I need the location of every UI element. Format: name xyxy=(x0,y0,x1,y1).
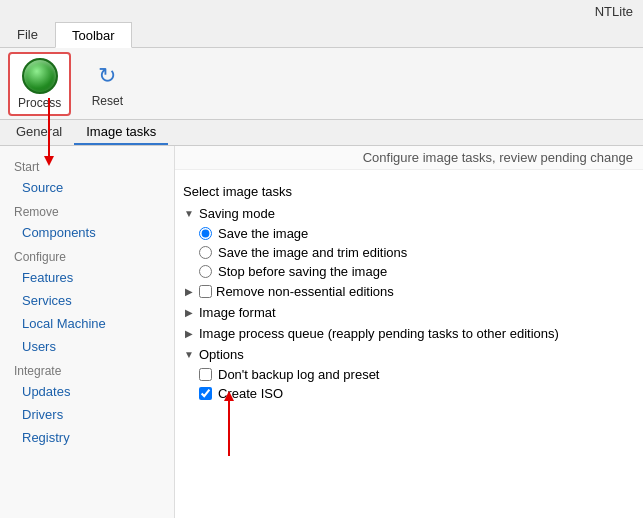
sidebar-item-services[interactable]: Services xyxy=(0,289,174,312)
radio-stop-before[interactable]: Stop before saving the image xyxy=(175,262,643,281)
select-image-tasks-label: Select image tasks xyxy=(175,178,643,203)
sidebar-item-local-machine[interactable]: Local Machine xyxy=(0,312,174,335)
image-format-label: Image format xyxy=(199,305,276,320)
sidebar-item-features[interactable]: Features xyxy=(0,266,174,289)
app-wrapper: NTLite File Toolbar Process ↻ Reset Gene… xyxy=(0,0,643,518)
group-start: Start xyxy=(0,154,174,176)
sidebar: Start Source Remove Components Configure… xyxy=(0,146,175,518)
reset-icon: ↻ xyxy=(91,60,123,92)
main-layout: Start Source Remove Components Configure… xyxy=(0,146,643,518)
options-header[interactable]: ▼ Options xyxy=(175,344,643,365)
image-format-header[interactable]: ▶ Image format xyxy=(175,302,643,323)
process-label: Process xyxy=(18,96,61,110)
remove-nonessential-triangle: ▶ xyxy=(183,286,195,298)
checkbox-no-backup[interactable]: Don't backup log and preset xyxy=(175,365,643,384)
remove-nonessential-label: Remove non-essential editions xyxy=(216,284,394,299)
process-button[interactable]: Process xyxy=(8,52,71,116)
content-header: Configure image tasks, review pending ch… xyxy=(175,146,643,170)
content-body: Select image tasks ▼ Saving mode Save th… xyxy=(175,170,643,411)
group-integrate: Integrate xyxy=(0,358,174,380)
image-process-queue-header[interactable]: ▶ Image process queue (reapply pending t… xyxy=(175,323,643,344)
app-title: NTLite xyxy=(595,4,633,19)
sidebar-item-updates[interactable]: Updates xyxy=(0,380,174,403)
remove-nonessential-header[interactable]: ▶ Remove non-essential editions xyxy=(175,281,643,302)
saving-mode-header[interactable]: ▼ Saving mode xyxy=(175,203,643,224)
tab-file[interactable]: File xyxy=(0,22,55,47)
checkbox-create-iso[interactable]: Create ISO xyxy=(175,384,643,403)
saving-mode-triangle: ▼ xyxy=(183,208,195,220)
tab-bar: File Toolbar xyxy=(0,22,643,48)
radio-save-trim[interactable]: Save the image and trim editions xyxy=(175,243,643,262)
sub-tab-image-tasks[interactable]: Image tasks xyxy=(74,120,168,145)
toolbar: Process ↻ Reset xyxy=(0,48,643,120)
sidebar-item-users[interactable]: Users xyxy=(0,335,174,358)
sidebar-item-source[interactable]: Source xyxy=(0,176,174,199)
reset-button[interactable]: ↻ Reset xyxy=(79,54,135,114)
toolbar-arrow-annotation xyxy=(48,98,50,158)
radio-save-image[interactable]: Save the image xyxy=(175,224,643,243)
content-area: Configure image tasks, review pending ch… xyxy=(175,146,643,518)
options-title: Options xyxy=(199,347,244,362)
saving-mode-title: Saving mode xyxy=(199,206,275,221)
image-process-queue-label: Image process queue (reapply pending tas… xyxy=(199,326,559,341)
sub-tab-general[interactable]: General xyxy=(4,120,74,145)
title-bar: NTLite xyxy=(0,0,643,22)
sidebar-item-drivers[interactable]: Drivers xyxy=(0,403,174,426)
group-remove: Remove xyxy=(0,199,174,221)
create-iso-arrow-annotation xyxy=(228,401,230,456)
image-process-queue-triangle: ▶ xyxy=(183,328,195,340)
process-icon xyxy=(22,58,58,94)
options-triangle: ▼ xyxy=(183,349,195,361)
sidebar-item-registry[interactable]: Registry xyxy=(0,426,174,449)
sidebar-item-components[interactable]: Components xyxy=(0,221,174,244)
image-format-triangle: ▶ xyxy=(183,307,195,319)
group-configure: Configure xyxy=(0,244,174,266)
tab-toolbar[interactable]: Toolbar xyxy=(55,22,132,48)
reset-label: Reset xyxy=(92,94,123,108)
sub-tab-bar: General Image tasks xyxy=(0,120,643,146)
